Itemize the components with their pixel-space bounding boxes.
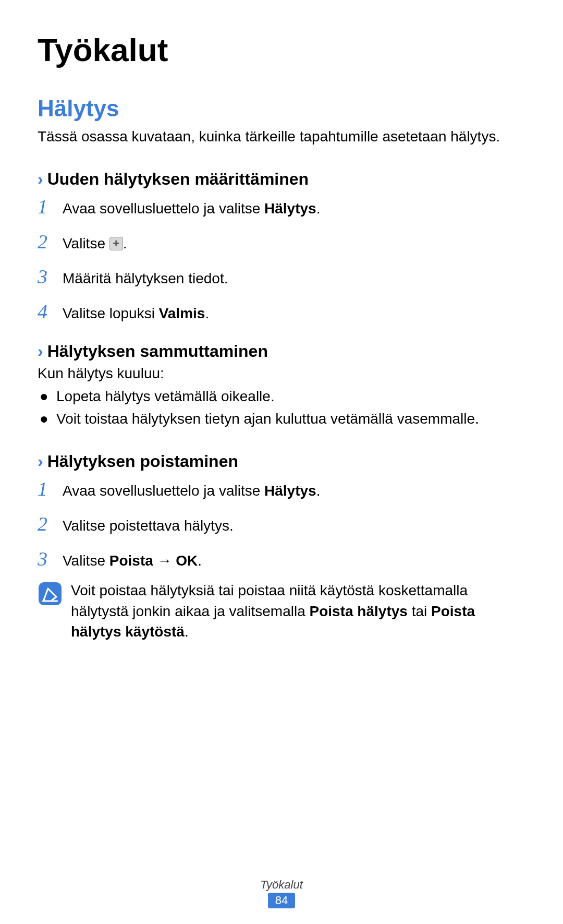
section-intro: Tässä osassa kuvataan, kuinka tärkeille … bbox=[38, 127, 525, 147]
step-item: 1 Avaa sovellusluettelo ja valitse Hälyt… bbox=[38, 193, 525, 221]
intro-line: Kun hälytys kuuluu: bbox=[38, 365, 525, 382]
step-item: 4 Valitse lopuksi Valmis. bbox=[38, 298, 525, 326]
step-list: 1 Avaa sovellusluettelo ja valitse Hälyt… bbox=[38, 193, 525, 326]
step-text: Valitse lopuksi Valmis. bbox=[63, 303, 525, 323]
step-item: 1 Avaa sovellusluettelo ja valitse Hälyt… bbox=[38, 475, 525, 503]
chevron-icon: › bbox=[38, 342, 43, 361]
subsection-title: Uuden hälytyksen määrittäminen bbox=[47, 170, 309, 189]
step-text: Avaa sovellusluettelo ja valitse Hälytys… bbox=[63, 198, 525, 219]
step-text: Valitse +. bbox=[63, 233, 525, 254]
step-text: Valitse Poista → OK. bbox=[63, 550, 525, 571]
subsection-create-alarm: › Uuden hälytyksen määrittäminen 1 Avaa … bbox=[38, 170, 525, 326]
page-number: 84 bbox=[268, 893, 295, 908]
bullet-item: ● Lopeta hälytys vetämällä oikealle. bbox=[38, 386, 525, 406]
plus-icon: + bbox=[109, 237, 123, 250]
step-number: 4 bbox=[38, 298, 63, 326]
subsection-title: Hälytyksen poistaminen bbox=[47, 452, 238, 471]
section-title: Hälytys bbox=[38, 95, 525, 122]
bullet-list: ● Lopeta hälytys vetämällä oikealle. ● V… bbox=[38, 386, 525, 429]
note-text: Voit poistaa hälytyksiä tai poistaa niit… bbox=[71, 580, 525, 642]
step-text: Määritä hälytyksen tiedot. bbox=[63, 268, 525, 289]
page-title: Työkalut bbox=[38, 31, 525, 68]
subsection-stop-alarm: › Hälytyksen sammuttaminen Kun hälytys k… bbox=[38, 342, 525, 429]
step-item: 2 Valitse poistettava hälytys. bbox=[38, 510, 525, 538]
footer: Työkalut 84 bbox=[0, 878, 563, 908]
step-number: 1 bbox=[38, 475, 63, 503]
step-item: 2 Valitse +. bbox=[38, 228, 525, 256]
bullet-item: ● Voit toistaa hälytyksen tietyn ajan ku… bbox=[38, 409, 525, 429]
chevron-icon: › bbox=[38, 452, 43, 471]
bullet-text: Lopeta hälytys vetämällä oikealle. bbox=[56, 386, 525, 406]
note-box: Voit poistaa hälytyksiä tai poistaa niit… bbox=[38, 580, 525, 642]
subsection-delete-alarm: › Hälytyksen poistaminen 1 Avaa sovellus… bbox=[38, 452, 525, 642]
step-number: 3 bbox=[38, 263, 63, 291]
step-item: 3 Valitse Poista → OK. bbox=[38, 545, 525, 573]
chevron-icon: › bbox=[38, 170, 43, 189]
bullet-text: Voit toistaa hälytyksen tietyn ajan kulu… bbox=[56, 409, 525, 429]
footer-label: Työkalut bbox=[0, 878, 563, 892]
step-number: 2 bbox=[38, 228, 63, 256]
step-number: 1 bbox=[38, 193, 63, 221]
bullet-icon: ● bbox=[38, 386, 56, 406]
step-list: 1 Avaa sovellusluettelo ja valitse Hälyt… bbox=[38, 475, 525, 573]
step-item: 3 Määritä hälytyksen tiedot. bbox=[38, 263, 525, 291]
step-text: Avaa sovellusluettelo ja valitse Hälytys… bbox=[63, 481, 525, 501]
step-number: 3 bbox=[38, 545, 63, 573]
subsection-title: Hälytyksen sammuttaminen bbox=[47, 342, 268, 361]
step-number: 2 bbox=[38, 510, 63, 538]
bullet-icon: ● bbox=[38, 409, 56, 429]
step-text: Valitse poistettava hälytys. bbox=[63, 515, 525, 536]
note-icon bbox=[38, 581, 63, 606]
